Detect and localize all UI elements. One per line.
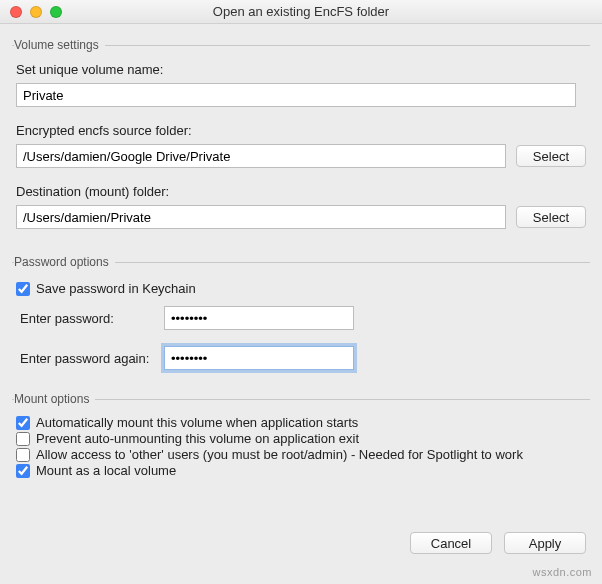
mount-local-checkbox[interactable] [16,464,30,478]
volume-settings-group: Volume settings Set unique volume name: … [12,38,590,245]
source-folder-label: Encrypted encfs source folder: [16,123,586,138]
prevent-unmount-checkbox[interactable] [16,432,30,446]
volume-name-label: Set unique volume name: [16,62,586,77]
window-title: Open an existing EncFS folder [0,4,602,19]
dest-folder-input[interactable] [16,205,506,229]
save-keychain-label: Save password in Keychain [36,281,196,296]
enter-password-input[interactable] [164,306,354,330]
allow-other-label: Allow access to 'other' users (you must … [36,447,523,462]
dest-folder-label: Destination (mount) folder: [16,184,586,199]
volume-settings-legend: Volume settings [14,38,105,52]
password-options-legend: Password options [14,255,115,269]
mount-options-legend: Mount options [14,392,95,406]
cancel-button[interactable]: Cancel [410,532,492,554]
content: Volume settings Set unique volume name: … [0,24,602,503]
mount-options-group: Mount options Automatically mount this v… [12,392,590,491]
source-folder-input[interactable] [16,144,506,168]
enter-password-again-label: Enter password again: [16,351,156,366]
prevent-unmount-label: Prevent auto-unmounting this volume on a… [36,431,359,446]
enter-password-again-input[interactable] [164,346,354,370]
password-options-group: Password options Save password in Keycha… [12,255,590,382]
volume-name-input[interactable] [16,83,576,107]
save-keychain-checkbox[interactable] [16,282,30,296]
source-select-button[interactable]: Select [516,145,586,167]
allow-other-checkbox[interactable] [16,448,30,462]
auto-mount-checkbox[interactable] [16,416,30,430]
apply-button[interactable]: Apply [504,532,586,554]
footer-buttons: Cancel Apply [410,532,586,554]
watermark: wsxdn.com [532,566,592,578]
mount-local-label: Mount as a local volume [36,463,176,478]
auto-mount-label: Automatically mount this volume when app… [36,415,358,430]
dest-select-button[interactable]: Select [516,206,586,228]
titlebar: Open an existing EncFS folder [0,0,602,24]
enter-password-label: Enter password: [16,311,156,326]
